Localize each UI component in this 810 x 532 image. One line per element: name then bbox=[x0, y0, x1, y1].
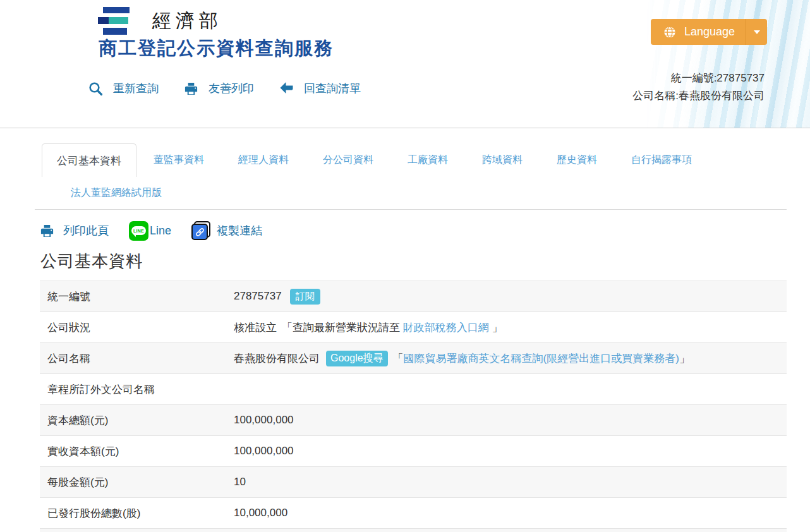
row-value: 27875737 訂閱 bbox=[234, 289, 320, 305]
tab-cross-domain[interactable]: 跨域資料 bbox=[465, 154, 540, 167]
share-line-label: Line bbox=[150, 224, 171, 238]
copy-link-icon bbox=[191, 221, 210, 240]
company-basic-table: 統一編號 27875737 訂閱 公司狀況 核准設立 「查詢最新營業狀況請至 財… bbox=[40, 281, 787, 532]
tab-self-disclosure[interactable]: 自行揭露事項 bbox=[614, 154, 709, 167]
tab-history[interactable]: 歷史資料 bbox=[540, 154, 614, 167]
header-toolbar: 重新查詢 友善列印 回查詢清單 bbox=[88, 81, 386, 96]
company-status-value: 核准設立 bbox=[234, 320, 277, 335]
table-row-company-name: 公司名稱 春燕股份有限公司 Google搜尋 「國際貿易署廠商英文名稱查詢(限經… bbox=[40, 342, 787, 373]
table-row-par-value: 每股金額(元) 10 bbox=[40, 466, 787, 497]
tab-corporate-director-network[interactable]: 法人董監網絡試用版 bbox=[54, 186, 179, 200]
moea-logo bbox=[98, 7, 130, 37]
language-label: Language bbox=[684, 25, 735, 39]
tab-bar: 公司基本資料 董監事資料 經理人資料 分公司資料 工廠資料 跨域資料 歷史資料 … bbox=[35, 143, 787, 210]
row-label: 統一編號 bbox=[40, 289, 234, 304]
print-page-button[interactable]: 列印此頁 bbox=[40, 223, 109, 238]
company-name-value: 春燕股份有限公司 bbox=[234, 351, 320, 366]
company-meta: 統一編號:27875737 公司名稱:春燕股份有限公司 bbox=[632, 70, 765, 105]
copy-link-button[interactable]: 複製連結 bbox=[191, 221, 262, 240]
table-row-unified-number: 統一編號 27875737 訂閱 bbox=[40, 281, 787, 311]
row-value: 春燕股份有限公司 Google搜尋 「國際貿易署廠商英文名稱查詢(限經營出進口或… bbox=[234, 351, 690, 366]
tab-directors[interactable]: 董監事資料 bbox=[136, 154, 221, 167]
name-note-suffix: 」 bbox=[679, 351, 690, 366]
table-row-company-status: 公司狀況 核准設立 「查詢最新營業狀況請至 財政部稅務入口網 」 bbox=[40, 311, 787, 342]
table-row-capital-total: 資本總額(元) 100,000,000 bbox=[40, 404, 787, 435]
back-arrow-icon bbox=[279, 82, 294, 96]
row-label: 實收資本額(元) bbox=[40, 444, 234, 459]
row-label: 章程所訂外文公司名稱 bbox=[40, 382, 234, 397]
row-label: 公司名稱 bbox=[40, 351, 234, 366]
row-label: 資本總額(元) bbox=[40, 413, 234, 428]
copy-link-label: 複製連結 bbox=[217, 223, 262, 238]
tab-managers[interactable]: 經理人資料 bbox=[221, 154, 306, 167]
language-dropdown-toggle[interactable] bbox=[746, 19, 767, 45]
status-note-suffix: 」 bbox=[489, 320, 503, 335]
status-note-prefix: 「查詢最新營業狀況請至 bbox=[282, 320, 403, 335]
table-row-partial bbox=[40, 528, 787, 532]
row-value: 10 bbox=[234, 476, 246, 488]
row-value: 核准設立 「查詢最新營業狀況請至 財政部稅務入口網 」 bbox=[234, 320, 502, 335]
logo-bar-middle bbox=[98, 17, 128, 24]
ministry-name: 經濟部 bbox=[152, 8, 222, 37]
row-value: 100,000,000 bbox=[234, 414, 294, 426]
row-label: 已發行股份總數(股) bbox=[40, 506, 234, 521]
tab-branches[interactable]: 分公司資料 bbox=[306, 154, 390, 167]
share-line-button[interactable]: LINE Line bbox=[129, 221, 171, 241]
name-note-prefix: 「 bbox=[393, 351, 404, 366]
language-button[interactable]: Language bbox=[651, 19, 767, 45]
search-icon bbox=[88, 82, 103, 96]
subscribe-button[interactable]: 訂閱 bbox=[290, 289, 320, 305]
page-actions: 列印此頁 LINE Line 複製連結 bbox=[40, 220, 810, 241]
unified-number-value: 27875737 bbox=[234, 290, 282, 303]
tab-factories[interactable]: 工廠資料 bbox=[390, 154, 465, 167]
company-name-line: 公司名稱:春燕股份有限公司 bbox=[632, 87, 765, 105]
line-icon: LINE bbox=[129, 221, 148, 241]
globe-icon bbox=[663, 26, 676, 39]
requery-button[interactable]: 重新查詢 bbox=[88, 81, 159, 96]
row-label: 公司狀況 bbox=[40, 320, 234, 335]
tax-portal-link[interactable]: 財政部稅務入口網 bbox=[403, 320, 489, 335]
requery-label: 重新查詢 bbox=[113, 81, 159, 96]
google-search-button[interactable]: Google搜尋 bbox=[326, 351, 388, 366]
back-to-list-label: 回查詢清單 bbox=[304, 81, 361, 96]
friendly-print-label: 友善列印 bbox=[209, 81, 254, 96]
site-title: 商工登記公示資料查詢服務 bbox=[99, 36, 334, 61]
header: 經濟部 商工登記公示資料查詢服務 重新查詢 友善列印 回查詢清單 bbox=[0, 0, 810, 128]
print-page-label: 列印此頁 bbox=[63, 223, 109, 238]
row-label: 每股金額(元) bbox=[40, 475, 234, 490]
printer-icon bbox=[40, 224, 54, 238]
logo-bar-bottom bbox=[103, 28, 127, 35]
trade-admin-english-name-link[interactable]: 國際貿易署廠商英文名稱查詢(限經營出進口或買賣業務者) bbox=[404, 351, 679, 366]
table-row-foreign-name: 章程所訂外文公司名稱 bbox=[40, 373, 787, 404]
caret-down-icon bbox=[754, 30, 760, 34]
logo-bar-top bbox=[103, 7, 130, 13]
page: 經濟部 商工登記公示資料查詢服務 重新查詢 友善列印 回查詢清單 bbox=[0, 0, 810, 532]
section-title: 公司基本資料 bbox=[40, 250, 810, 272]
friendly-print-button[interactable]: 友善列印 bbox=[184, 81, 254, 96]
tab-company-basic-active[interactable]: 公司基本資料 bbox=[42, 143, 136, 177]
table-row-paid-in-capital: 實收資本額(元) 100,000,000 bbox=[40, 435, 787, 466]
brand: 經濟部 bbox=[98, 5, 222, 37]
unified-business-number: 統一編號:27875737 bbox=[632, 70, 765, 87]
printer-icon bbox=[184, 82, 198, 96]
table-row-issued-shares: 已發行股份總數(股) 10,000,000 bbox=[40, 497, 787, 528]
row-value: 100,000,000 bbox=[234, 445, 294, 457]
row-value: 10,000,000 bbox=[234, 507, 287, 519]
back-to-list-button[interactable]: 回查詢清單 bbox=[279, 81, 361, 96]
